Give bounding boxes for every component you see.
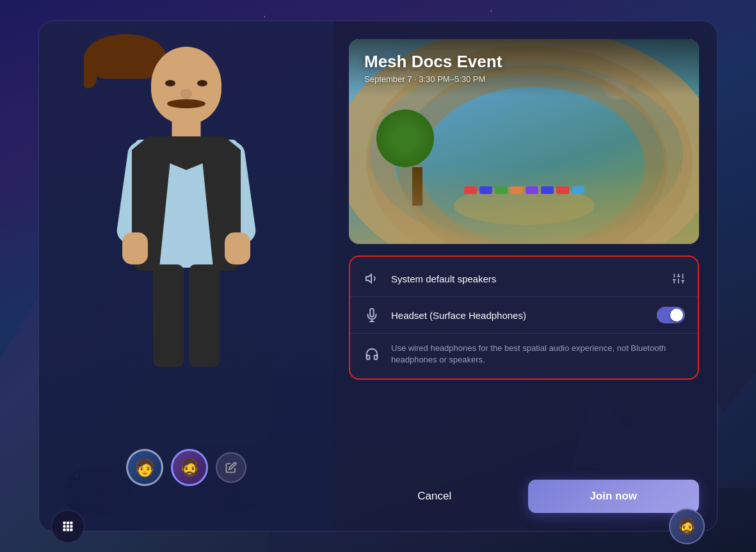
headphones-info-icon [363, 345, 381, 363]
apps-button[interactable] [51, 510, 84, 543]
avatar-leg-left [153, 264, 184, 367]
headset-toggle[interactable] [657, 307, 685, 323]
speakers-label: System default speakers [391, 273, 662, 284]
svg-rect-19 [67, 528, 69, 531]
profile-avatar-1[interactable]: 🧑 [126, 449, 163, 486]
floor-tile-blue [479, 186, 492, 194]
event-datetime: September 7 · 3:30 PM–5:30 PM [364, 74, 684, 84]
sliders-icon[interactable] [672, 272, 685, 285]
apps-icon [61, 520, 74, 533]
avatar-leg-right [189, 264, 220, 367]
3d-avatar [90, 34, 282, 405]
microphone-icon [363, 306, 381, 324]
floor-tile-green [495, 186, 508, 194]
avatar-head [151, 47, 221, 124]
avatar-nose [181, 89, 192, 99]
floor-tile-blue2 [541, 186, 554, 194]
avatar-eye-right [197, 80, 207, 86]
avatar-eye-left [165, 80, 175, 86]
event-preview: Mesh Docs Event September 7 · 3:30 PM–5:… [349, 39, 699, 244]
tree-foliage [376, 110, 434, 167]
event-floor [349, 167, 699, 244]
floor-tile-cyan [572, 186, 584, 194]
floor-tile-orange [510, 186, 523, 194]
mini-avatar-button[interactable]: 🧔 [669, 508, 705, 544]
event-title: Mesh Docs Event [364, 52, 684, 72]
avatar-hair-side [84, 50, 97, 88]
floor-tiles [435, 186, 614, 206]
svg-rect-14 [70, 522, 72, 524]
svg-rect-12 [63, 522, 66, 524]
avatar-hand-left [122, 232, 148, 264]
floor-tile-purple [526, 186, 538, 194]
main-panel: 🧑 🧔 [38, 20, 718, 532]
join-now-button[interactable]: Join now [528, 480, 700, 513]
cancel-button[interactable]: Cancel [349, 480, 520, 513]
floor-tile-red2 [556, 186, 569, 194]
hint-row: Use wired headphones for the best spatia… [350, 333, 698, 375]
svg-rect-17 [70, 525, 72, 528]
profile-avatar-2[interactable]: 🧔 [171, 449, 208, 486]
avatar-section: 🧑 🧔 [39, 21, 334, 531]
svg-rect-20 [70, 528, 72, 531]
hint-label: Use wired headphones for the best spatia… [391, 343, 685, 366]
svg-rect-15 [63, 525, 66, 528]
event-info-overlay: Mesh Docs Event September 7 · 3:30 PM–5:… [349, 39, 699, 97]
floor-tile-red [464, 186, 477, 194]
speaker-icon [363, 270, 381, 288]
speakers-row[interactable]: System default speakers [350, 261, 698, 296]
avatar-profiles: 🧑 🧔 [126, 449, 246, 486]
headset-label: Headset (Surface Headphones) [391, 310, 647, 321]
settings-panel: System default speakers [349, 256, 699, 380]
svg-marker-0 [366, 275, 371, 283]
avatar-hand-right [225, 232, 250, 264]
svg-rect-13 [67, 522, 69, 524]
svg-rect-18 [63, 528, 66, 531]
svg-rect-16 [67, 525, 69, 528]
content-section: Mesh Docs Event September 7 · 3:30 PM–5:… [334, 21, 717, 531]
toggle-thumb [670, 309, 683, 321]
edit-avatar-button[interactable] [216, 452, 246, 483]
headset-row[interactable]: Headset (Surface Headphones) [350, 296, 698, 333]
action-buttons: Cancel Join now [349, 480, 699, 513]
avatar-mustache [167, 99, 205, 108]
